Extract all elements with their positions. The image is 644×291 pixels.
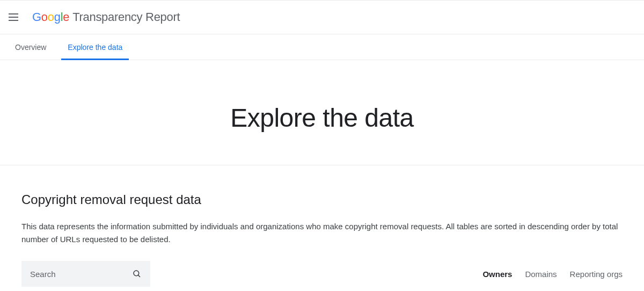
page-title: Explore the data <box>0 103 644 133</box>
tab-overview[interactable]: Overview <box>13 34 48 60</box>
section-title: Copyright removal request data <box>21 192 623 207</box>
controls-row: Owners Domains Reporting orgs <box>21 261 623 287</box>
nav-tabs: Overview Explore the data <box>0 34 644 60</box>
search-box[interactable] <box>21 261 150 287</box>
filter-tabs: Owners Domains Reporting orgs <box>482 270 623 279</box>
search-input[interactable] <box>30 270 132 279</box>
section-description: This data represents the information sub… <box>21 220 623 246</box>
logo-product-name: Transparency Report <box>72 10 180 24</box>
filter-tab-reporting-orgs[interactable]: Reporting orgs <box>570 270 623 279</box>
logo-word: Google <box>32 10 69 24</box>
tab-explore-data[interactable]: Explore the data <box>65 34 125 60</box>
filter-tab-domains[interactable]: Domains <box>525 270 557 279</box>
content-section: Copyright removal request data This data… <box>0 165 644 291</box>
search-icon <box>132 268 142 279</box>
app-header: Google Transparency Report <box>0 0 644 34</box>
google-logo[interactable]: Google Transparency Report <box>32 10 180 24</box>
hero-section: Explore the data <box>0 60 644 165</box>
filter-tab-owners[interactable]: Owners <box>482 270 512 279</box>
hamburger-menu-icon[interactable] <box>9 11 21 24</box>
svg-line-1 <box>138 275 140 277</box>
svg-point-0 <box>134 271 139 276</box>
